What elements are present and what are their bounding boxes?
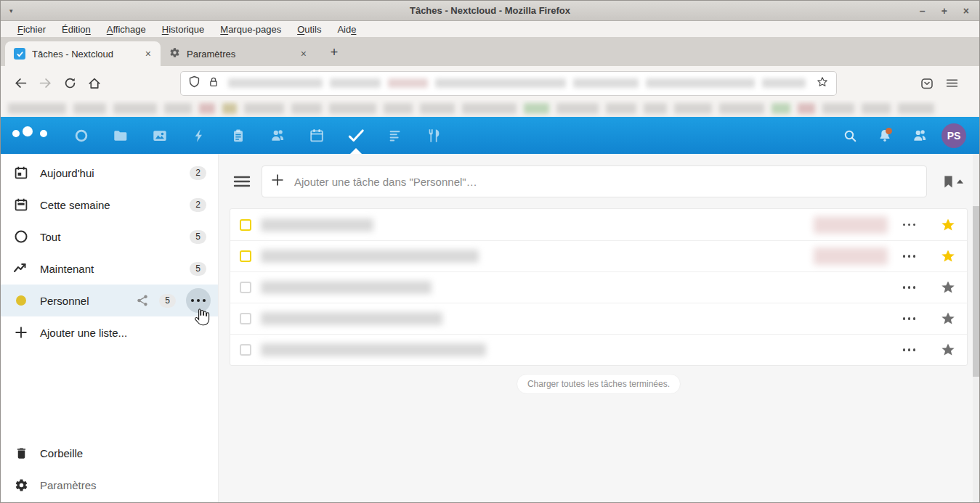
notes-icon[interactable]	[376, 117, 415, 154]
task-checkbox[interactable]	[240, 219, 251, 231]
calendar-icon[interactable]	[297, 117, 336, 154]
app-menu-button[interactable]	[939, 71, 964, 96]
sidebar-item-personnel[interactable]: Personnel 5	[1, 285, 218, 316]
star-icon[interactable]	[939, 340, 957, 359]
back-button[interactable]	[8, 71, 33, 96]
count-badge: 5	[159, 294, 176, 308]
circle-icon	[12, 229, 30, 244]
tab-taches-nextcloud[interactable]: Tâches - Nextcloud ×	[5, 41, 161, 66]
count-badge: 2	[190, 198, 206, 212]
contacts-icon[interactable]	[258, 117, 297, 154]
trash-icon	[12, 446, 30, 460]
list-actions-menu-button[interactable]	[186, 288, 211, 313]
menu-edition[interactable]: Édition	[54, 24, 99, 35]
plus-icon	[12, 326, 30, 339]
avatar[interactable]: PS	[941, 123, 966, 148]
lock-icon[interactable]	[208, 76, 219, 91]
pocket-icon[interactable]	[915, 71, 939, 96]
cookbook-icon[interactable]	[415, 117, 454, 154]
sidebar-item-maintenant[interactable]: Maintenant 5	[1, 253, 218, 285]
task-title-redacted	[261, 250, 479, 263]
menu-marque-pages[interactable]: Marque-pages	[212, 24, 289, 35]
tasks-main: Charger toutes les tâches terminées.	[219, 154, 979, 502]
close-button[interactable]: ×	[963, 6, 969, 16]
gear-favicon-icon	[169, 47, 180, 60]
menu-affichage[interactable]: Affichage	[99, 24, 154, 35]
task-actions-menu-button[interactable]	[899, 282, 920, 293]
new-tab-button[interactable]: +	[323, 41, 345, 63]
search-icon[interactable]	[833, 117, 867, 154]
task-checkbox[interactable]	[240, 250, 251, 262]
gear-icon	[12, 478, 30, 492]
task-checkbox[interactable]	[240, 344, 251, 356]
menu-historique[interactable]: Historique	[154, 24, 213, 35]
forward-button[interactable]	[33, 71, 57, 96]
task-due-date-redacted	[814, 216, 888, 234]
scrollbar-thumb[interactable]	[973, 206, 979, 377]
task-row[interactable]	[230, 334, 967, 365]
sort-tasks-button[interactable]	[939, 169, 968, 194]
list-hamburger-icon[interactable]	[230, 169, 254, 194]
bookmark-star-icon[interactable]	[816, 75, 829, 91]
menu-fichier[interactable]: Fichier	[9, 24, 54, 35]
task-actions-menu-button[interactable]	[899, 251, 920, 261]
tab-close-icon[interactable]: ×	[297, 48, 310, 60]
task-row[interactable]	[230, 271, 967, 303]
dashboard-icon[interactable]	[62, 117, 101, 154]
share-icon[interactable]	[133, 291, 152, 310]
sidebar-item-tout[interactable]: Tout 5	[1, 221, 218, 253]
window-menu-icon[interactable]: ▾	[9, 7, 13, 15]
firefox-window: ▾ Tâches - Nextcloud - Mozilla Firefox –…	[0, 0, 980, 503]
star-icon[interactable]	[939, 247, 957, 266]
url-bar[interactable]	[181, 72, 836, 95]
contacts-menu-icon[interactable]	[902, 117, 937, 154]
list-color-dot-icon	[12, 295, 30, 306]
task-row[interactable]	[230, 240, 967, 271]
tab-close-icon[interactable]: ×	[142, 48, 155, 60]
scrollbar[interactable]	[973, 154, 979, 502]
task-checkbox[interactable]	[240, 313, 251, 324]
menu-outils[interactable]: Outils	[289, 24, 329, 35]
trash-button[interactable]: Corbeille	[1, 437, 218, 469]
task-row[interactable]	[230, 303, 967, 334]
files-icon[interactable]	[101, 117, 140, 154]
task-actions-menu-button[interactable]	[899, 345, 920, 355]
sidebar-item-cette-semaine[interactable]: Cette semaine 2	[1, 189, 218, 221]
activity-icon[interactable]	[179, 117, 219, 154]
add-task-input[interactable]	[294, 176, 918, 188]
nextcloud-logo[interactable]	[12, 121, 52, 150]
home-button[interactable]	[82, 71, 107, 96]
task-actions-menu-button[interactable]	[899, 314, 920, 324]
sidebar-item-aujourdhui[interactable]: Aujourd'hui 2	[1, 157, 218, 189]
count-badge: 2	[190, 166, 206, 180]
photos-icon[interactable]	[140, 117, 179, 154]
menu-aide[interactable]: Aide	[329, 24, 364, 35]
load-completed-button[interactable]: Charger toutes les tâches terminées.	[517, 374, 681, 394]
tab-parametres[interactable]: Paramètres ×	[161, 41, 316, 66]
star-icon[interactable]	[939, 309, 957, 328]
task-row[interactable]	[230, 209, 967, 240]
sidebar-footer: Corbeille Paramètres	[1, 437, 218, 502]
shield-icon[interactable]	[188, 75, 201, 91]
tasks-favicon-icon	[14, 48, 25, 60]
tab-label: Paramètres	[187, 49, 297, 60]
notifications-bell-icon[interactable]	[867, 117, 902, 154]
tab-label: Tâches - Nextcloud	[32, 49, 142, 60]
star-icon[interactable]	[939, 278, 957, 297]
bookmarks-bar[interactable]	[1, 100, 979, 117]
menubar: Fichier Édition Affichage Historique Mar…	[1, 21, 979, 37]
star-icon[interactable]	[939, 216, 957, 234]
task-actions-menu-button[interactable]	[899, 220, 920, 230]
url-text-redacted	[228, 78, 816, 88]
settings-button[interactable]: Paramètres	[1, 469, 218, 501]
reload-button[interactable]	[57, 71, 82, 96]
tab-bar: Tâches - Nextcloud × Paramètres × +	[1, 37, 979, 66]
add-list-button[interactable]: Ajouter une liste...	[1, 316, 218, 348]
maximize-button[interactable]: +	[941, 6, 947, 16]
minimize-button[interactable]: –	[920, 6, 926, 16]
nextcloud-header: PS	[1, 117, 979, 154]
task-checkbox[interactable]	[240, 282, 251, 293]
add-task-field[interactable]	[262, 165, 927, 197]
forms-icon[interactable]	[219, 117, 258, 154]
tasks-icon[interactable]	[336, 117, 376, 154]
